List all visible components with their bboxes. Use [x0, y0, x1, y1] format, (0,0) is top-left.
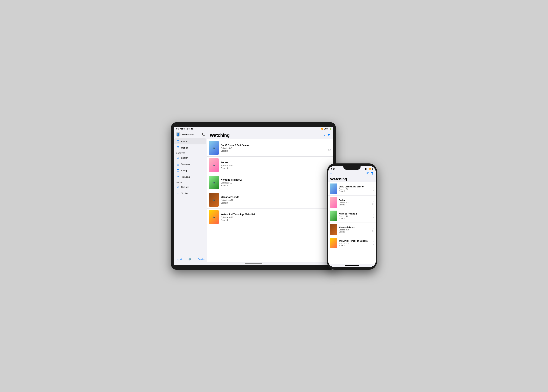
iphone-broadcast-icon: ((·)) [372, 189, 374, 191]
ipad-device: 9:41 AM Tue Oct 30 📶 100% 🔋 👤 ateliershi… [171, 122, 336, 270]
iphone-anime-thumbnail [330, 238, 337, 248]
sort-icon[interactable] [322, 133, 325, 137]
iphone-chevron-icon: › [373, 186, 374, 189]
ipad-home-bar [245, 263, 262, 264]
anime-title: Endro! [221, 161, 330, 164]
svg-rect-8 [178, 163, 179, 164]
iphone-home-indicator [345, 265, 359, 266]
sidebar-item-tipjar[interactable]: Tip Jar [174, 190, 206, 196]
anime-list-item[interactable]: 📺 Endro! Episode: 5/12 Score: 0 › [207, 157, 333, 174]
iphone-chevron-icon: › [373, 200, 374, 202]
iphone-filter-icon[interactable] [371, 172, 374, 176]
iphone-sort-icon[interactable] [366, 172, 369, 176]
sidebar-item-anime[interactable]: Anime [174, 138, 206, 144]
anime-info: Kemono Friends 2 Episode: 4/0 Score: 0 [221, 178, 330, 187]
iphone-anime-info: Manaria Friends Episode: 4/10 Score: 0 [339, 226, 372, 233]
sidebar-tipjar-label: Tip Jar [181, 192, 188, 195]
iphone-device: 9:41 ▐▐▐ 📶 ▓ ≡ Watching [327, 163, 377, 270]
iphone-header: ≡ [328, 171, 376, 176]
svg-point-15 [178, 187, 179, 188]
anime-list-item[interactable]: 📺 Watashi ni Tenshi ga Maiorita! Episode… [207, 209, 333, 226]
iphone-anime-title: Watashi ni Tenshi ga Maiorita! [339, 240, 372, 242]
iphone-anime-info: Kemono Friends 2 Episode: 4/0 Score: 0 [339, 213, 372, 219]
iphone-item-right: › ((·)) [372, 241, 374, 245]
sidebar-item-manga[interactable]: Manga [174, 145, 206, 151]
iphone-anime-info: Watashi ni Tenshi ga Maiorita! Episode: … [339, 240, 372, 246]
battery-icon: 🔋 [329, 128, 331, 130]
iphone-anime-list-item[interactable]: Manaria Friends Episode: 4/10 Score: 0 ›… [328, 223, 376, 236]
svg-rect-0 [177, 140, 179, 142]
iphone-anime-title: BanG Dream! 2nd Season [339, 186, 372, 188]
iphone-anime-episode: Episode: 4/0 [339, 215, 372, 217]
iphone-anime-score: Score: 0 [339, 217, 372, 219]
trending-icon [176, 175, 180, 179]
ipad-time: 9:41 AM Tue Oct 30 [176, 128, 193, 130]
header-actions [322, 133, 330, 137]
anime-episode: Episode: 4/10 [221, 199, 330, 201]
sidebar-item-search[interactable]: Search [174, 155, 206, 161]
svg-rect-11 [177, 169, 179, 172]
main-content: Watching 📺 [207, 131, 333, 262]
anime-thumbnail: 📺 [209, 176, 219, 189]
anime-score: Score: 0 [221, 219, 330, 221]
sidebar-nav: Anime Manga DISCOVER [174, 138, 207, 256]
iphone-anime-thumbnail [330, 210, 337, 221]
anime-list-item[interactable]: 📺 Kemono Friends 2 Episode: 4/0 Score: 0… [207, 174, 333, 191]
iphone-anime-episode: Episode: 6/0 [339, 188, 372, 190]
iphone-anime-list-item[interactable]: Watashi ni Tenshi ga Maiorita! Episode: … [328, 236, 376, 250]
sidebar-footer: Logout ⚙️ Service [174, 256, 207, 262]
chevron-right-icon: › [330, 145, 331, 148]
grid-icon [176, 162, 180, 166]
sidebar-settings-label: Settings [181, 186, 189, 188]
sidebar-trending-label: Trending [181, 176, 190, 178]
main-title: Watching [210, 133, 230, 138]
iphone-main-title: Watching [328, 176, 376, 182]
iphone-anime-thumbnail [330, 183, 337, 194]
sidebar-item-seasons[interactable]: Seasons [174, 161, 206, 167]
anime-thumbnail: 📺 [209, 193, 219, 207]
iphone-anime-title: Manaria Friends [339, 226, 372, 229]
iphone-anime-episode: Episode: 5/12 [339, 202, 372, 204]
sidebar-search-label: Search [181, 157, 188, 159]
battery-text: 100% [324, 128, 328, 130]
iphone-anime-episode: Episode: 4/10 [339, 229, 372, 231]
iphone-broadcast-icon: ((·)) [372, 230, 374, 232]
calendar-icon [176, 169, 180, 172]
anime-episode: Episode: 4/0 [221, 182, 330, 184]
anime-list-item[interactable]: 📺 Manaria Friends Episode: 4/10 Score: 0… [207, 191, 333, 209]
iphone-chevron-icon: › [373, 213, 374, 216]
iphone-time: 9:41 [331, 168, 335, 170]
svg-marker-19 [327, 134, 330, 136]
iphone-anime-list-item[interactable]: Endro! Episode: 5/12 Score: 0 › ((·)) [328, 196, 376, 209]
iphone-chevron-icon: › [373, 241, 374, 243]
iphone-item-right: › ((·)) [372, 200, 374, 205]
logout-button[interactable]: Logout [176, 258, 182, 260]
footer-gear-icon[interactable]: ⚙️ [188, 258, 192, 261]
anime-list: 📺 BanG Dream! 2nd Season Episode: 6/0 Sc… [207, 139, 333, 262]
iphone-screen: 9:41 ▐▐▐ 📶 ▓ ≡ Watching [328, 166, 376, 267]
sidebar-item-trending[interactable]: Trending [174, 174, 206, 180]
sidebar-item-airing[interactable]: Airing [174, 167, 206, 174]
iphone-wifi-icon: 📶 [369, 168, 371, 170]
iphone-anime-list-item[interactable]: BanG Dream! 2nd Season Episode: 6/0 Scor… [328, 182, 376, 196]
iphone-battery-icon: ▓ [372, 168, 373, 170]
anime-info: Endro! Episode: 5/12 Score: 0 [221, 161, 330, 169]
anime-score: Score: 0 [221, 167, 330, 169]
sidebar-user: 👤 ateliershiori 📞 [174, 131, 207, 138]
iphone-anime-thumbnail [330, 197, 337, 208]
service-button[interactable]: Service [198, 258, 205, 260]
iphone-header-actions [366, 172, 374, 176]
broadcast-icon: ((·)) [328, 148, 331, 151]
settings-gear-icon [176, 185, 180, 189]
anime-list-item[interactable]: 📺 BanG Dream! 2nd Season Episode: 6/0 Sc… [207, 139, 333, 157]
ipad-body: 👤 ateliershiori 📞 Anime [174, 131, 333, 262]
svg-line-6 [179, 158, 179, 159]
iphone-anime-list-item[interactable]: Kemono Friends 2 Episode: 4/0 Score: 0 ›… [328, 209, 376, 223]
filter-icon[interactable] [327, 133, 330, 137]
anime-info: BanG Dream! 2nd Season Episode: 6/0 Scor… [221, 144, 328, 152]
sidebar-seasons-label: Seasons [181, 163, 190, 166]
iphone-menu-icon[interactable]: ≡ [330, 172, 332, 175]
sidebar-item-settings[interactable]: Settings [174, 184, 206, 190]
search-icon [176, 156, 180, 160]
anime-item-right: › ((·)) [328, 145, 331, 151]
